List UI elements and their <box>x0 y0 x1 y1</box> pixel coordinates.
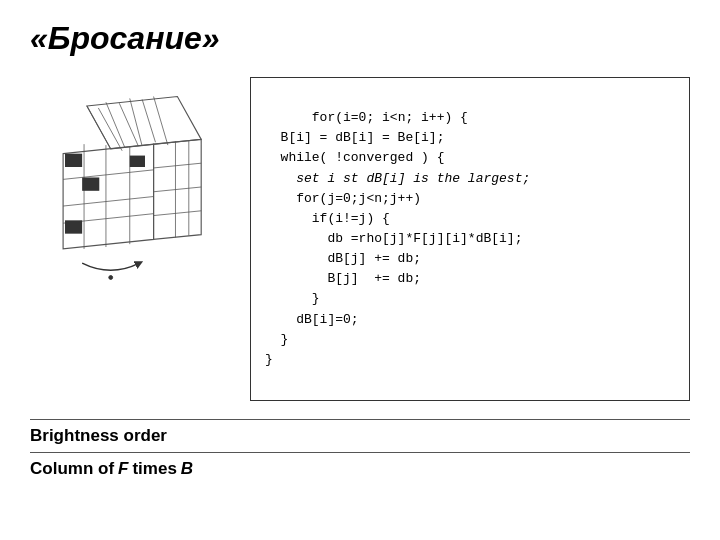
code-line-6: if(i!=j) { <box>265 211 390 226</box>
mesh-diagram <box>30 87 220 287</box>
code-line-8: dB[j] += db; <box>265 251 421 266</box>
code-line-11: dB[i]=0; <box>265 312 359 327</box>
page-title: «Бросание» <box>30 20 690 57</box>
bottom-labels: Brightness order Column of F times B <box>30 419 690 479</box>
svg-line-17 <box>154 187 202 192</box>
svg-line-5 <box>142 99 155 142</box>
brightness-order-label: Brightness order <box>30 426 690 446</box>
diagram-area <box>30 77 230 291</box>
code-line-3: while( !converged ) { <box>265 150 444 165</box>
svg-rect-21 <box>65 154 82 167</box>
divider-1 <box>30 419 690 420</box>
svg-line-3 <box>98 108 122 151</box>
code-line-9: B[j] += db; <box>265 271 421 286</box>
svg-rect-23 <box>65 220 82 233</box>
svg-line-11 <box>63 197 153 207</box>
svg-line-18 <box>154 211 202 216</box>
svg-line-6 <box>87 106 111 149</box>
svg-rect-24 <box>130 156 145 167</box>
code-line-7: db =rho[j]*F[j][i]*dB[i]; <box>265 231 522 246</box>
code-line-13: } <box>265 352 273 367</box>
code-line-5: for(j=0;j<n;j++) <box>265 191 421 206</box>
svg-rect-22 <box>82 177 99 190</box>
column-of-label: Column of F times B <box>30 459 690 479</box>
code-line-1: for(i=0; i<n; i++) { <box>312 110 468 125</box>
divider-2 <box>30 452 690 453</box>
svg-point-25 <box>109 276 113 280</box>
code-line-2: B[i] = dB[i] = Be[i]; <box>265 130 444 145</box>
svg-line-4 <box>119 103 138 146</box>
code-line-10: } <box>265 291 320 306</box>
svg-line-10 <box>63 170 153 180</box>
code-line-4: set i st dB[i] is the largest; <box>265 171 530 186</box>
code-block: for(i=0; i<n; i++) { B[i] = dB[i] = Be[i… <box>250 77 690 401</box>
content-area: for(i=0; i<n; i++) { B[i] = dB[i] = Be[i… <box>30 77 690 401</box>
svg-line-16 <box>154 163 202 168</box>
page-container: «Бросание» <box>0 0 720 540</box>
svg-line-8 <box>130 98 142 146</box>
svg-line-9 <box>154 97 168 146</box>
code-line-12: } <box>265 332 288 347</box>
